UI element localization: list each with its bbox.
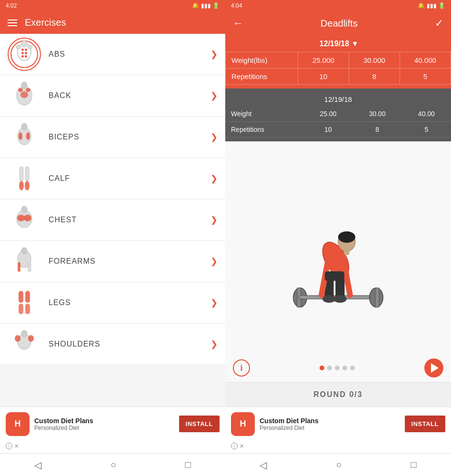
selected-date: 12/19/18	[320, 40, 349, 48]
status-bar-right: 4:04 🔔 ▮▮▮ 🔋	[225, 0, 451, 11]
muscle-icon-biceps	[8, 120, 41, 154]
nav-recent-left[interactable]: □	[185, 459, 191, 470]
nav-back-right[interactable]: ◁	[260, 459, 267, 471]
svg-rect-21	[25, 167, 29, 181]
weight-val-2[interactable]: 30.000	[349, 52, 400, 69]
date-selector[interactable]: 12/19/18 ▾	[225, 35, 451, 52]
exercise-list: ABS ❯ BACK ❯	[0, 34, 225, 407]
data-table-section: 12/19/18 ▾ Weight(lbs) 25.000 30.000 40.…	[225, 35, 451, 89]
exercise-name-back: BACK	[41, 91, 210, 100]
history-table: Weight 25.00 30.00 40.00 Repetitions 10 …	[225, 106, 451, 138]
status-bar-left: 4:02 🔔 ▮▮▮ 🔋	[0, 0, 225, 11]
exercise-name-chest: CHEST	[41, 216, 210, 224]
history-reps-2: 8	[353, 122, 402, 138]
ad-text-left: Custom Diet Plans Personalized Diet	[34, 417, 174, 431]
muscle-icon-calf	[8, 162, 41, 195]
exercise-item-biceps[interactable]: BICEPS ❯	[0, 117, 225, 158]
ad-title-right: Custom Diet Plans	[260, 417, 400, 425]
svg-point-39	[21, 330, 27, 337]
exercise-item-back[interactable]: BACK ❯	[0, 75, 225, 117]
ad-icon-right: H	[231, 412, 255, 436]
info-button[interactable]: i	[233, 359, 250, 377]
chevron-legs: ❯	[210, 298, 218, 308]
svg-point-12	[18, 88, 23, 92]
dot-2[interactable]	[327, 366, 332, 370]
install-button-right[interactable]: INSTALL	[405, 416, 445, 432]
exercise-name-biceps: BICEPS	[41, 133, 210, 141]
svg-rect-29	[18, 262, 20, 272]
page-title-left: Exercises	[25, 17, 66, 28]
back-button-right[interactable]: ←	[233, 17, 243, 30]
deadlift-figure	[291, 205, 386, 319]
nav-recent-right[interactable]: □	[411, 459, 416, 470]
exercise-item-abs[interactable]: ABS ❯	[0, 34, 225, 75]
dot-5[interactable]	[350, 366, 355, 370]
history-weight-3: 40.00	[402, 106, 451, 122]
history-reps-1: 10	[303, 122, 352, 138]
ad-info-icon-right[interactable]: i	[231, 443, 238, 449]
nav-home-left[interactable]: ○	[110, 459, 116, 470]
history-weight-2: 30.00	[353, 106, 402, 122]
svg-rect-7	[25, 55, 27, 58]
time-left: 4:02	[6, 2, 17, 9]
dot-3[interactable]	[335, 366, 340, 370]
left-panel: 4:02 🔔 ▮▮▮ 🔋 Exercises	[0, 0, 225, 476]
svg-rect-2	[21, 49, 24, 51]
svg-rect-3	[25, 49, 27, 51]
history-section: 12/19/18 Weight 25.00 30.00 40.00 Repeti…	[225, 89, 451, 141]
svg-rect-32	[19, 291, 23, 303]
muscle-icon-legs	[8, 286, 41, 319]
check-button-right[interactable]: ✓	[435, 17, 443, 30]
svg-rect-6	[21, 55, 24, 58]
ad-info-icon-left[interactable]: i	[6, 443, 12, 449]
status-icons-right: 🔔 ▮▮▮ 🔋	[418, 2, 445, 9]
play-button[interactable]	[424, 358, 443, 377]
nav-back-left[interactable]: ◁	[34, 459, 41, 471]
dot-1[interactable]	[320, 366, 324, 370]
weight-row: Weight(lbs) 25.000 30.000 40.000	[226, 52, 451, 69]
muscle-icon-shoulders	[8, 327, 41, 361]
svg-point-27	[21, 206, 27, 213]
menu-button[interactable]	[8, 20, 17, 26]
exercise-item-legs[interactable]: LEGS ❯	[0, 282, 225, 324]
dot-4[interactable]	[342, 366, 347, 370]
ad-close-left[interactable]: ✕	[14, 443, 19, 449]
round-section: ROUND 0/3	[225, 382, 451, 407]
reps-val-2[interactable]: 8	[349, 69, 400, 85]
exercise-title: Deadlifts	[321, 18, 358, 29]
install-button-left[interactable]: INSTALL	[179, 416, 220, 432]
round-text: ROUND 0/3	[233, 390, 443, 399]
svg-point-13	[26, 88, 30, 92]
svg-point-19	[21, 123, 27, 130]
nav-home-right[interactable]: ○	[336, 459, 341, 470]
svg-rect-4	[21, 52, 24, 54]
exercise-name-legs: LEGS	[41, 298, 210, 307]
ad-text-right: Custom Diet Plans Personalized Diet	[260, 417, 400, 431]
svg-point-15	[21, 82, 27, 89]
svg-point-48	[333, 295, 347, 303]
chevron-abs: ❯	[210, 49, 218, 60]
header-left: Exercises	[0, 11, 225, 34]
svg-rect-5	[25, 52, 27, 54]
exercise-item-shoulders[interactable]: SHOULDERS ❯	[0, 324, 225, 365]
exercise-item-chest[interactable]: CHEST ❯	[0, 199, 225, 241]
exercise-name-abs: ABS	[41, 50, 210, 59]
svg-point-18	[26, 132, 30, 140]
reps-row: Repetitions 10 8 5	[226, 69, 451, 85]
exercise-item-forearms[interactable]: FOREARMS ❯	[0, 241, 225, 282]
svg-point-9	[28, 45, 32, 49]
history-reps-row: Repetitions 10 8 5	[225, 122, 451, 138]
weight-val-1[interactable]: 25.000	[298, 52, 349, 69]
svg-point-53	[338, 231, 355, 243]
weight-val-3[interactable]: 40.000	[400, 52, 451, 69]
svg-rect-35	[25, 304, 30, 314]
ad-banner-left: H Custom Diet Plans Personalized Diet IN…	[0, 407, 225, 441]
exercise-name-shoulders: SHOULDERS	[41, 340, 210, 348]
ad-subtitle-right: Personalized Diet	[260, 425, 400, 431]
exercise-item-calf[interactable]: CALF ❯	[0, 158, 225, 199]
reps-val-3[interactable]: 5	[400, 69, 451, 85]
ad-close-right[interactable]: ✕	[240, 443, 244, 449]
svg-point-23	[25, 181, 30, 190]
svg-rect-55	[325, 271, 344, 281]
reps-val-1[interactable]: 10	[298, 69, 349, 85]
